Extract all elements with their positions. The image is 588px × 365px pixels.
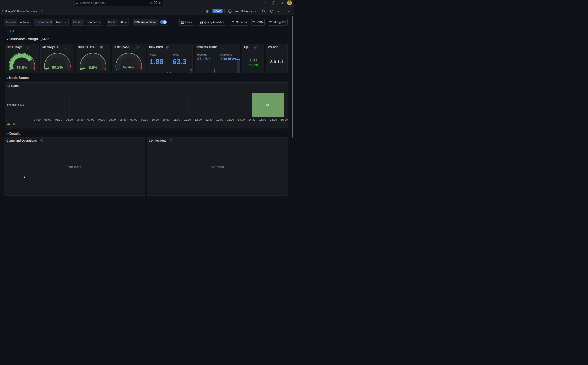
svg-text:76.5%: 76.5% <box>16 65 27 70</box>
svg-text:5.9%: 5.9% <box>88 65 97 70</box>
svg-text:No data: No data <box>123 65 135 69</box>
svg-text:80.2%: 80.2% <box>52 65 63 70</box>
svg-text:?: ? <box>273 2 274 4</box>
